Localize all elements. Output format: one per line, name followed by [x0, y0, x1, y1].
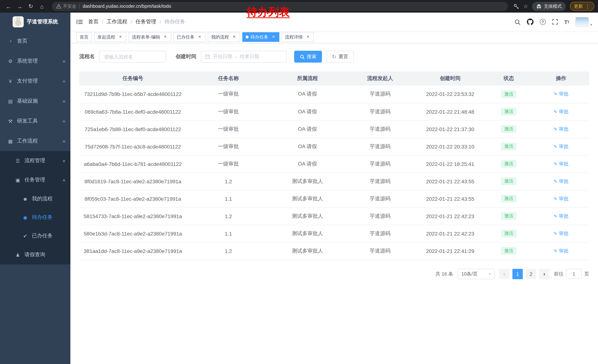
- approve-link[interactable]: ✎审批: [554, 248, 569, 254]
- approve-link[interactable]: ✎审批: [554, 178, 569, 185]
- approve-link[interactable]: ✎审批: [554, 213, 569, 219]
- screenshot-root: ← → ↻ ⌂ 不安全 dashboard.yudao.iocoder.cn/b…: [0, 0, 598, 364]
- approve-link[interactable]: ✎审批: [554, 91, 569, 97]
- breadcrumb-item-0[interactable]: 首页: [88, 18, 99, 25]
- edit-icon: ✎: [554, 144, 557, 149]
- cell-task-name: 一级审批: [186, 138, 270, 155]
- tab-3[interactable]: 已办任务×: [173, 32, 206, 42]
- breadcrumb: 首页/工作流程/任务管理/待办任务: [88, 18, 185, 25]
- table-row: 725a1eb6-7b88-11ec-8ef0-acde48001122一级审批…: [79, 120, 589, 138]
- close-icon[interactable]: ×: [163, 34, 168, 40]
- tab-6[interactable]: 流程详情×: [282, 32, 314, 42]
- cell-task-name: 一级审批: [186, 86, 270, 103]
- sidebar-nav: ◔首页⚙系统管理∨¥支付管理∨▤基础设施∨⚒研发工具∨▦工作流程∧☰流程管理∨▣…: [0, 31, 70, 364]
- cell-initiator: 芋道源码: [344, 207, 416, 225]
- column-header: 状态: [485, 72, 533, 86]
- page-size-select[interactable]: 10条/页 ▾: [457, 269, 495, 279]
- sidebar-item-todo-task[interactable]: ◉待办任务: [0, 208, 70, 226]
- goto-page-input[interactable]: [566, 269, 582, 279]
- app-title: 芋道管理系统: [27, 18, 58, 25]
- help-icon[interactable]: ?: [540, 19, 546, 25]
- browser-menu-icon[interactable]: ⋮: [585, 3, 590, 9]
- tab-5[interactable]: 待办任务×: [242, 32, 279, 42]
- approve-link[interactable]: ✎审批: [554, 143, 569, 150]
- page-button-1[interactable]: 1: [512, 269, 523, 279]
- sidebar-item-devtools[interactable]: ⚒研发工具∨: [0, 111, 70, 131]
- chrome-update-button[interactable]: 更新 ⋮: [570, 2, 594, 11]
- process-name-input[interactable]: [99, 51, 166, 63]
- close-icon[interactable]: ×: [232, 34, 237, 40]
- breadcrumb-item-2[interactable]: 任务管理: [136, 18, 156, 25]
- close-icon[interactable]: ×: [197, 34, 202, 40]
- approve-link[interactable]: ✎审批: [554, 195, 569, 202]
- app-logo-row[interactable]: 芋道管理系统: [0, 13, 70, 31]
- sidebar-item-done-task[interactable]: ✔已办任务: [0, 226, 70, 245]
- table-row: 8f059c03-7ac8-11ec-a9e2-a2380e71991a1.1测…: [79, 190, 589, 207]
- date-range-picker[interactable]: 开始日期 - 结束日期: [201, 51, 287, 63]
- table-row: 580e1b3d-7ac8-11ec-a9e2-a2380e71991a1.1测…: [79, 225, 589, 242]
- chevron-up-icon: ∧: [62, 178, 66, 182]
- approve-link[interactable]: ✎审批: [554, 108, 569, 115]
- cell-task-id: 75d72608-7b7f-11ec-a3c8-acde48001122: [79, 138, 186, 155]
- approve-link[interactable]: ✎审批: [554, 161, 569, 167]
- reset-button[interactable]: ↻ 重置: [326, 51, 354, 63]
- warning-icon: [56, 4, 61, 8]
- table-row: 73211d9d-7b9b-11ec-b5b7-acde48001122一级审批…: [79, 86, 589, 103]
- table-row: a6aba0a4-7b6d-11ec-b781-acde48001122一级审批…: [79, 155, 589, 173]
- page-button-2[interactable]: 2: [526, 269, 536, 279]
- github-icon[interactable]: [527, 18, 533, 25]
- sidebar-item-payment[interactable]: ¥支付管理∨: [0, 71, 70, 91]
- start-date-placeholder: 开始日期: [213, 53, 232, 60]
- search-icon: [300, 54, 305, 59]
- fullscreen-icon[interactable]: [552, 19, 558, 25]
- password-key-icon[interactable]: [513, 3, 519, 9]
- tab-2[interactable]: 流程表单-编辑×: [129, 32, 171, 42]
- font-size-icon[interactable]: TT: [564, 19, 569, 25]
- browser-forward-button[interactable]: →: [15, 1, 25, 11]
- end-date-placeholder: 结束日期: [240, 53, 259, 60]
- tab-1[interactable]: 发起流程×: [94, 32, 126, 42]
- yen-icon: ¥: [8, 78, 13, 84]
- status-badge: 激活: [501, 247, 516, 255]
- browser-back-button[interactable]: ←: [4, 1, 13, 11]
- tab-0[interactable]: 首页: [76, 32, 92, 42]
- browser-home-button[interactable]: ⌂: [37, 1, 47, 11]
- sidebar-collapse-icon[interactable]: [76, 18, 83, 25]
- close-icon[interactable]: ×: [118, 34, 123, 40]
- sidebar-item-workflow[interactable]: ▦工作流程∧: [0, 131, 70, 151]
- sidebar-item-infrastructure[interactable]: ▤基础设施∨: [0, 91, 70, 111]
- sidebar-item-home[interactable]: ◔首页: [0, 31, 70, 51]
- approve-link[interactable]: ✎审批: [554, 126, 569, 132]
- bookmark-star-icon[interactable]: ☆: [523, 3, 528, 9]
- search-button[interactable]: 搜索: [294, 51, 322, 63]
- check-icon: ✔: [22, 233, 28, 239]
- close-icon[interactable]: ×: [305, 34, 310, 40]
- tab-4[interactable]: 我的流程×: [208, 32, 240, 42]
- sidebar-item-system[interactable]: ⚙系统管理∨: [0, 51, 70, 71]
- sidebar-item-my-process[interactable]: ☻我的流程: [0, 190, 70, 208]
- sidebar-item-task-mgmt[interactable]: ▣任务管理∧: [0, 170, 70, 190]
- column-header: 任务编号: [79, 72, 186, 86]
- sidebar-item-process-mgmt[interactable]: ☰流程管理∨: [0, 151, 70, 170]
- cell-task-id: 8f0d1619-7ac8-11ec-a9e2-a2380e71991a: [79, 173, 186, 190]
- close-icon[interactable]: ×: [271, 34, 276, 40]
- cell-process: OA 请假: [270, 120, 344, 138]
- tools-icon: ⚒: [8, 118, 13, 124]
- prev-page-button[interactable]: ‹: [499, 269, 509, 279]
- org-icon: ▣: [15, 177, 21, 183]
- table-row: 8f0d1619-7ac8-11ec-a9e2-a2380e71991a1.2测…: [79, 173, 589, 190]
- chevron-down-icon: ▾: [489, 272, 491, 276]
- approve-link[interactable]: ✎审批: [554, 230, 569, 237]
- column-header: 创建时间: [416, 72, 485, 86]
- cell-create-time: 2022-01-22 18:25:41: [416, 155, 485, 173]
- sidebar-item-leave-query[interactable]: ♟请假查询: [0, 245, 70, 264]
- status-badge: 激活: [501, 108, 516, 115]
- user-avatar-menu[interactable]: ▾: [575, 17, 592, 27]
- search-icon[interactable]: [514, 19, 520, 25]
- edit-icon: ✎: [554, 248, 557, 253]
- next-page-button[interactable]: ›: [539, 269, 549, 279]
- breadcrumb-item-1[interactable]: 工作流程: [107, 18, 127, 25]
- app-logo: [12, 16, 24, 27]
- browser-reload-button[interactable]: ↻: [26, 1, 36, 11]
- navbar: 首页/工作流程/任务管理/待办任务 ? TT: [70, 13, 598, 31]
